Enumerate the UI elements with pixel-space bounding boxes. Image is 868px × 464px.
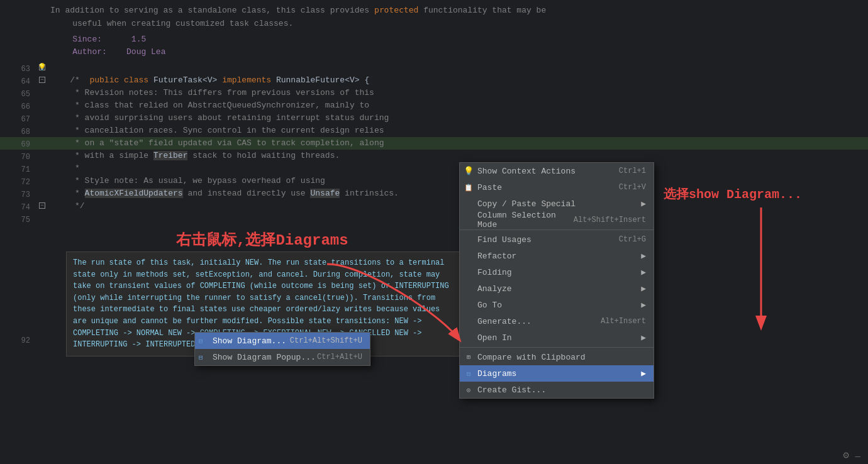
diagram-icon: ⊟ bbox=[464, 368, 474, 378]
menu-diagrams[interactable]: ⊟ Diagrams ▶ bbox=[460, 365, 654, 382]
settings-icon[interactable]: ⚙ bbox=[843, 449, 849, 461]
arrow-to-submenu bbox=[723, 201, 799, 340]
menu-item-label: Show Context Actions bbox=[477, 167, 576, 176]
menu-refactor[interactable]: Refactor ▶ bbox=[460, 248, 654, 264]
submenu-arrow: ▶ bbox=[641, 267, 646, 277]
submenu-item-label: Show Diagram... bbox=[213, 336, 286, 346]
menu-item-label: Folding bbox=[477, 268, 512, 277]
menu-column-selection[interactable]: Column Selection Mode Alt+Shift+Insert bbox=[460, 212, 654, 228]
submenu-arrow: ▶ bbox=[641, 368, 646, 378]
submenu-arrow: ▶ bbox=[641, 199, 646, 209]
menu-item-label: Generate... bbox=[477, 317, 531, 326]
menu-item-label: Paste bbox=[477, 183, 502, 192]
doc-line1: In addition to serving as a standalone c… bbox=[50, 4, 868, 18]
menu-shortcut: Alt+Shift+Insert bbox=[574, 216, 646, 224]
menu-generate[interactable]: Generate... Alt+Insert bbox=[460, 313, 654, 329]
submenu-arrow: ▶ bbox=[641, 300, 646, 310]
menu-shortcut: Ctrl+G bbox=[619, 235, 646, 244]
separator-2 bbox=[460, 347, 654, 348]
line-69: 69 * on a "state" field updated via CAS … bbox=[0, 137, 868, 150]
menu-item-label: Column Selection Mode bbox=[477, 211, 561, 229]
gist-icon: ⊙ bbox=[464, 385, 474, 395]
menu-item-label: Find Usages bbox=[477, 235, 531, 245]
since-line: Since: 1.5 bbox=[50, 33, 868, 47]
line-63: 63 ▼ 💡 public class FutureTask<V> implem… bbox=[0, 62, 868, 74]
doc-comment-header: In addition to serving as a standalone c… bbox=[0, 0, 868, 62]
submenu-arrow: ▶ bbox=[641, 251, 646, 261]
menu-shortcut: Ctrl+1 bbox=[619, 167, 646, 175]
author-line: Author: Doug Lea bbox=[50, 46, 868, 59]
arrow-to-diagrams bbox=[314, 251, 472, 352]
menu-item-label: Diagrams bbox=[477, 369, 516, 378]
menu-create-gist[interactable]: ⊙ Create Gist... bbox=[460, 382, 654, 398]
line-70: 70 * with a simple Treiber stack to hold… bbox=[0, 150, 868, 162]
menu-find-usages[interactable]: Find Usages Ctrl+G bbox=[460, 231, 654, 248]
menu-open-in[interactable]: Open In ▶ bbox=[460, 329, 654, 346]
fold-end-74[interactable]: − bbox=[39, 202, 45, 209]
menu-compare-clipboard[interactable]: ⊞ Compare with Clipboard bbox=[460, 349, 654, 365]
doc-line2: useful when creating customized task cla… bbox=[50, 18, 868, 31]
submenu-arrow: ▶ bbox=[641, 333, 646, 343]
line-66: 66 * class that relied on AbstractQueued… bbox=[0, 99, 868, 112]
annotation-select-diagram: 选择show Diagram... bbox=[664, 185, 802, 202]
submenu-item-label: Show Diagram Popup... bbox=[213, 353, 316, 362]
submenu-shortcut: Ctrl+Alt+U bbox=[317, 353, 362, 362]
annotation-right-click: 右击鼠标,选择Diagrams bbox=[176, 229, 348, 250]
line-65: 65 * Revision notes: This differs from p… bbox=[0, 87, 868, 99]
menu-item-label: Go To bbox=[477, 301, 502, 310]
menu-copy-paste-special[interactable]: Copy / Paste Special ▶ bbox=[460, 196, 654, 212]
diagram-submenu-icon: ⊟ bbox=[199, 337, 203, 345]
paste-icon: 📋 bbox=[464, 182, 474, 192]
menu-show-context-actions[interactable]: 💡 Show Context Actions Ctrl+1 bbox=[460, 163, 654, 179]
menu-item-label: Create Gist... bbox=[477, 385, 546, 395]
menu-paste[interactable]: 📋 Paste Ctrl+V bbox=[460, 179, 654, 196]
bulb-icon: 💡 bbox=[38, 63, 47, 71]
line-64: 64 − /* bbox=[0, 74, 868, 87]
context-menu: 💡 Show Context Actions Ctrl+1 📋 Paste Ct… bbox=[459, 162, 654, 399]
menu-shortcut: Alt+Insert bbox=[601, 317, 646, 326]
menu-item-label: Compare with Clipboard bbox=[477, 353, 586, 362]
menu-goto[interactable]: Go To ▶ bbox=[460, 297, 654, 313]
menu-item-label: Refactor bbox=[477, 251, 516, 261]
fold-indicator-64[interactable]: − bbox=[39, 77, 45, 83]
line-67: 67 * avoid surprising users about retain… bbox=[0, 112, 868, 124]
menu-item-label: Copy / Paste Special bbox=[477, 199, 576, 209]
submenu-arrow: ▶ bbox=[641, 284, 646, 294]
line-71: 71 * bbox=[0, 162, 868, 175]
menu-item-label: Analyze bbox=[477, 284, 512, 294]
menu-folding[interactable]: Folding ▶ bbox=[460, 264, 654, 280]
diagram-popup-icon: ⊟ bbox=[199, 353, 203, 362]
menu-item-label: Open In bbox=[477, 333, 512, 343]
separator-1 bbox=[460, 229, 654, 230]
bulb-menu-icon: 💡 bbox=[464, 166, 474, 176]
line-68: 68 * cancellation races. Sync control in… bbox=[0, 124, 868, 137]
menu-shortcut: Ctrl+V bbox=[619, 183, 646, 192]
compare-icon: ⊞ bbox=[464, 352, 474, 362]
collapse-icon[interactable]: — bbox=[855, 451, 860, 461]
menu-analyze[interactable]: Analyze ▶ bbox=[460, 280, 654, 297]
